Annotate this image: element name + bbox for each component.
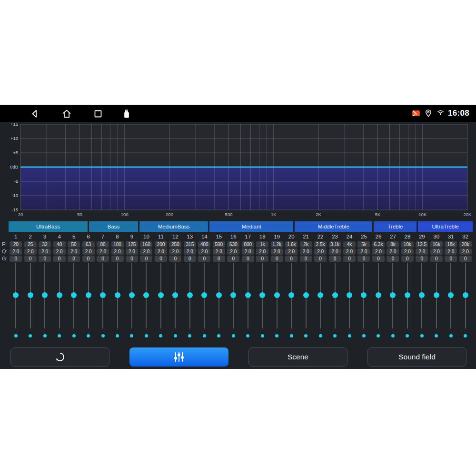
f-value-chip[interactable]: 18k	[445, 241, 457, 248]
f-value-chip[interactable]: 500	[213, 241, 225, 248]
f-value-chip[interactable]: 32	[39, 241, 51, 248]
f-value-chip[interactable]: 40	[53, 241, 66, 248]
f-value-chip[interactable]: 400	[198, 241, 210, 248]
slider-knob[interactable]	[288, 292, 294, 298]
q-value-chip[interactable]: 2.0	[387, 248, 399, 255]
g-value-chip[interactable]: 0	[445, 256, 457, 262]
sound-field-button[interactable]: Sound field	[367, 347, 466, 367]
slider-knob[interactable]	[376, 292, 381, 298]
slider-knob[interactable]	[57, 292, 62, 298]
q-value-chip[interactable]: 2.0	[198, 248, 210, 255]
g-value-chip[interactable]: 0	[213, 256, 225, 262]
home-icon[interactable]	[61, 108, 72, 119]
q-value-chip[interactable]: 2.0	[242, 248, 254, 255]
q-value-chip[interactable]: 2.0	[53, 248, 66, 255]
f-value-chip[interactable]: 800	[242, 241, 254, 248]
slider-knob[interactable]	[303, 292, 309, 298]
f-value-chip[interactable]: 125	[126, 241, 138, 248]
q-value-chip[interactable]: 2.0	[111, 248, 124, 255]
f-value-chip[interactable]: 80	[97, 241, 109, 248]
g-value-chip[interactable]: 0	[401, 256, 414, 262]
f-value-chip[interactable]: 6.3k	[372, 241, 385, 248]
f-value-chip[interactable]: 63	[82, 241, 95, 248]
slider-knob[interactable]	[332, 292, 338, 298]
slider-knob[interactable]	[245, 292, 251, 298]
g-value-chip[interactable]: 0	[184, 256, 196, 262]
q-value-chip[interactable]: 2.0	[300, 248, 312, 255]
slider-knob[interactable]	[419, 292, 425, 298]
q-value-chip[interactable]: 2.0	[357, 248, 370, 255]
q-value-chip[interactable]: 2.0	[401, 248, 414, 255]
g-value-chip[interactable]: 0	[68, 256, 80, 262]
slider-knob[interactable]	[201, 292, 207, 298]
g-value-chip[interactable]: 0	[271, 256, 283, 262]
g-value-chip[interactable]: 0	[416, 256, 428, 262]
g-value-chip[interactable]: 0	[140, 256, 152, 262]
g-value-chip[interactable]: 0	[111, 256, 124, 262]
q-value-chip[interactable]: 2.0	[445, 248, 457, 255]
slider-knob[interactable]	[115, 292, 120, 298]
f-value-chip[interactable]: 10k	[401, 241, 414, 248]
f-value-chip[interactable]: 2.5k	[314, 241, 327, 248]
g-value-chip[interactable]: 0	[242, 256, 254, 262]
f-value-chip[interactable]: 25	[24, 241, 37, 248]
slider-knob[interactable]	[143, 292, 149, 298]
slider-knob[interactable]	[448, 292, 454, 298]
slider-knob[interactable]	[100, 292, 106, 298]
slider-knob[interactable]	[158, 292, 164, 298]
slider-knob[interactable]	[259, 292, 265, 298]
g-value-chip[interactable]: 0	[300, 256, 312, 262]
slider-knob[interactable]	[361, 292, 367, 298]
q-value-chip[interactable]: 2.0	[416, 248, 428, 255]
g-value-chip[interactable]: 0	[430, 256, 443, 262]
q-value-chip[interactable]: 2.0	[24, 248, 37, 255]
g-value-chip[interactable]: 0	[357, 256, 370, 262]
f-value-chip[interactable]: 3.1k	[329, 241, 341, 248]
g-value-chip[interactable]: 0	[387, 256, 399, 262]
slider-knob[interactable]	[390, 292, 396, 298]
f-value-chip[interactable]: 160	[140, 241, 152, 248]
f-value-chip[interactable]: 315	[184, 241, 196, 248]
slider-knob[interactable]	[274, 292, 280, 298]
slider-knob[interactable]	[172, 292, 178, 298]
g-value-chip[interactable]: 0	[39, 256, 51, 262]
g-value-chip[interactable]: 0	[314, 256, 327, 262]
equalizer-button[interactable]	[129, 347, 228, 367]
q-value-chip[interactable]: 2.0	[10, 248, 22, 255]
g-value-chip[interactable]: 0	[53, 256, 66, 262]
f-value-chip[interactable]: 1k	[256, 241, 268, 248]
slider-knob[interactable]	[317, 292, 323, 298]
g-value-chip[interactable]: 0	[285, 256, 298, 262]
f-value-chip[interactable]: 8k	[387, 241, 399, 248]
slider-knob[interactable]	[28, 292, 33, 298]
recents-icon[interactable]	[92, 108, 104, 119]
f-value-chip[interactable]: 50	[68, 241, 80, 248]
slider-knob[interactable]	[187, 292, 193, 298]
g-value-chip[interactable]: 0	[10, 256, 22, 262]
g-value-chip[interactable]: 0	[256, 256, 268, 262]
q-value-chip[interactable]: 2.0	[213, 248, 225, 255]
g-value-chip[interactable]: 0	[329, 256, 341, 262]
q-value-chip[interactable]: 2.0	[343, 248, 356, 255]
g-value-chip[interactable]: 0	[198, 256, 210, 262]
q-value-chip[interactable]: 2.0	[82, 248, 95, 255]
q-value-chip[interactable]: 2.0	[39, 248, 51, 255]
g-value-chip[interactable]: 0	[97, 256, 109, 262]
q-value-chip[interactable]: 2.0	[372, 248, 385, 255]
f-value-chip[interactable]: 20	[10, 241, 22, 248]
q-value-chip[interactable]: 2.0	[97, 248, 109, 255]
q-value-chip[interactable]: 2.0	[329, 248, 341, 255]
f-value-chip[interactable]: 2k	[300, 241, 312, 248]
q-value-chip[interactable]: 2.0	[314, 248, 327, 255]
g-value-chip[interactable]: 0	[126, 256, 138, 262]
scene-button[interactable]: Scene	[248, 347, 347, 367]
q-value-chip[interactable]: 2.0	[140, 248, 152, 255]
f-value-chip[interactable]: 20k	[459, 241, 472, 248]
slider-knob[interactable]	[347, 292, 352, 298]
f-value-chip[interactable]: 100	[111, 241, 124, 248]
q-value-chip[interactable]: 2.0	[227, 248, 239, 255]
slider-knob[interactable]	[216, 292, 222, 298]
f-value-chip[interactable]: 4k	[343, 241, 356, 248]
slider-knob[interactable]	[71, 292, 77, 298]
slider-knob[interactable]	[434, 292, 439, 298]
